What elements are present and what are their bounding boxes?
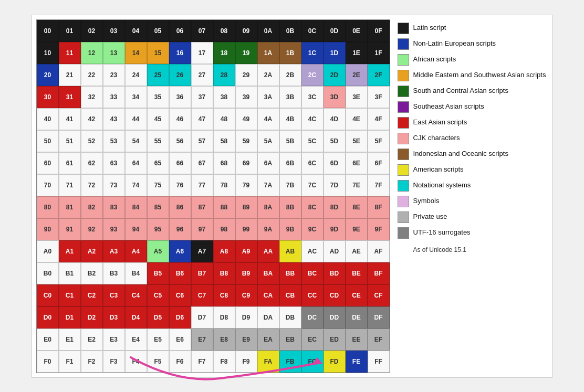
grid-cell-CC: CC xyxy=(301,284,324,306)
grid-cell-82: 82 xyxy=(81,196,103,218)
grid-cell-93: 93 xyxy=(103,218,125,240)
grid-cell-B0: B0 xyxy=(37,262,59,284)
grid-cell-81: 81 xyxy=(59,196,81,218)
legend-label-american: American scripts xyxy=(413,165,464,174)
grid-cell-E1: E1 xyxy=(59,329,81,351)
legend-item-american: American scripts xyxy=(398,163,546,177)
grid-cell-2F: 2F xyxy=(368,64,390,86)
grid-cell-96: 96 xyxy=(169,218,191,240)
main-container: 000102030405060708090A0B0C0D0E0F10111213… xyxy=(32,15,553,378)
grid-cell-A2: A2 xyxy=(81,240,103,262)
grid-cell-31: 31 xyxy=(59,86,81,108)
grid-cell-53: 53 xyxy=(103,130,125,152)
grid-cell-46: 46 xyxy=(169,108,191,130)
legend-item-private-use: Private use xyxy=(398,210,546,224)
grid-cell-34: 34 xyxy=(125,86,147,108)
grid-cell-0B: 0B xyxy=(279,20,301,42)
grid-cell-91: 91 xyxy=(59,218,81,240)
grid-cell-54: 54 xyxy=(125,130,147,152)
grid-cell-52: 52 xyxy=(81,130,103,152)
grid-cell-43: 43 xyxy=(103,108,125,130)
grid-cell-A3: A3 xyxy=(103,240,125,262)
grid-cell-0C: 0C xyxy=(301,20,324,42)
grid-cell-F7: F7 xyxy=(191,351,213,373)
grid-cell-27: 27 xyxy=(191,64,213,86)
grid-cell-BE: BE xyxy=(346,262,368,284)
legend-item-notational: Notational systems xyxy=(398,179,546,193)
legend-label-symbols: Symbols xyxy=(413,197,440,206)
legend-label-middle-eastern: Middle Eastern and Southwest Asian scrip… xyxy=(413,71,546,80)
grid-cell-D0: D0 xyxy=(37,306,59,329)
grid-cell-30: 30 xyxy=(37,86,59,108)
grid-cell-44: 44 xyxy=(125,108,147,130)
grid-cell-AE: AE xyxy=(346,240,368,262)
grid-cell-D3: D3 xyxy=(103,306,125,329)
grid-cell-45: 45 xyxy=(147,108,169,130)
grid-cell-25: 25 xyxy=(147,64,169,86)
grid-cell-70: 70 xyxy=(37,174,59,196)
legend-item-indonesian-oceanic: Indonesian and Oceanic scripts xyxy=(398,147,546,161)
grid-cell-DF: DF xyxy=(368,306,390,329)
grid-cell-18: 18 xyxy=(213,42,235,64)
legend-swatch-symbols xyxy=(398,196,409,207)
grid-cell-8E: 8E xyxy=(346,196,368,218)
grid-cell-7F: 7F xyxy=(368,174,390,196)
grid-cell-8F: 8F xyxy=(368,196,390,218)
grid-cell-FE: FE xyxy=(346,351,368,373)
grid-cell-17: 17 xyxy=(191,42,213,64)
grid-cell-75: 75 xyxy=(147,174,169,196)
grid-cell-5C: 5C xyxy=(301,130,324,152)
legend-swatch-south-central-asian xyxy=(398,86,409,97)
grid-cell-0A: 0A xyxy=(257,20,279,42)
grid-cell-98: 98 xyxy=(213,218,235,240)
grid-cell-FC: FC xyxy=(301,351,324,373)
grid-cell-22: 22 xyxy=(81,64,103,86)
legend-label-southeast-asian: Southeast Asian scripts xyxy=(413,102,484,111)
grid-cell-03: 03 xyxy=(103,20,125,42)
grid-cell-A0: A0 xyxy=(37,240,59,262)
grid-cell-5B: 5B xyxy=(279,130,301,152)
grid-cell-05: 05 xyxy=(147,20,169,42)
legend-item-south-central-asian: South and Central Asian scripts xyxy=(398,84,546,98)
grid-cell-A7: A7 xyxy=(191,240,213,262)
legend-swatch-east-asian xyxy=(398,117,409,129)
grid-cell-C9: C9 xyxy=(235,284,257,306)
grid-cell-F1: F1 xyxy=(59,351,81,373)
legend-swatch-american xyxy=(398,164,409,176)
grid-cell-33: 33 xyxy=(103,86,125,108)
grid-cell-2D: 2D xyxy=(324,64,346,86)
grid-cell-C1: C1 xyxy=(59,284,81,306)
grid-cell-C5: C5 xyxy=(147,284,169,306)
grid-cell-D6: D6 xyxy=(169,306,191,329)
grid-cell-F9: F9 xyxy=(235,351,257,373)
grid-cell-5A: 5A xyxy=(257,130,279,152)
grid-cell-02: 02 xyxy=(81,20,103,42)
grid-cell-EC: EC xyxy=(301,329,324,351)
grid-cell-83: 83 xyxy=(103,196,125,218)
grid-cell-E6: E6 xyxy=(169,329,191,351)
grid-cell-1A: 1A xyxy=(257,42,279,64)
grid-cell-BA: BA xyxy=(257,262,279,284)
grid-cell-E3: E3 xyxy=(103,329,125,351)
grid-cell-4A: 4A xyxy=(257,108,279,130)
grid-cell-A5: A5 xyxy=(147,240,169,262)
grid-cell-60: 60 xyxy=(37,152,59,174)
grid-cell-80: 80 xyxy=(37,196,59,218)
grid-cell-14: 14 xyxy=(125,42,147,64)
grid-cell-A4: A4 xyxy=(125,240,147,262)
grid-cell-59: 59 xyxy=(235,130,257,152)
grid-cell-A9: A9 xyxy=(235,240,257,262)
grid-cell-37: 37 xyxy=(191,86,213,108)
grid-cell-11: 11 xyxy=(59,42,81,64)
grid-cell-4C: 4C xyxy=(301,108,324,130)
grid-cell-26: 26 xyxy=(169,64,191,86)
grid-section: 000102030405060708090A0B0C0D0E0F10111213… xyxy=(36,19,390,373)
grid-cell-06: 06 xyxy=(169,20,191,42)
grid-cell-57: 57 xyxy=(191,130,213,152)
grid-cell-F8: F8 xyxy=(213,351,235,373)
legend-label-cjk: CJK characters xyxy=(413,134,460,143)
grid-cell-7C: 7C xyxy=(301,174,324,196)
grid-cell-EF: EF xyxy=(368,329,390,351)
grid-cell-DA: DA xyxy=(257,306,279,329)
legend-item-east-asian: East Asian scripts xyxy=(398,116,546,130)
